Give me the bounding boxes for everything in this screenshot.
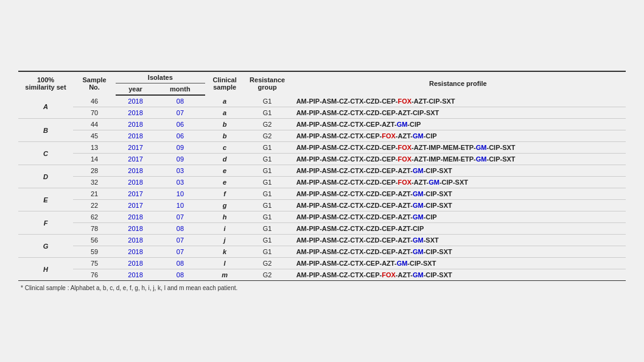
month: 09 <box>155 142 205 154</box>
sample-no: 46 <box>73 95 116 107</box>
year: 2018 <box>116 107 155 119</box>
year: 2018 <box>116 246 155 258</box>
set-cell: B <box>18 119 73 142</box>
table-row: G56201807jG1AM-PIP-ASM-CZ-CTX-CZD-CEP-AZ… <box>18 235 626 246</box>
month: 07 <box>155 235 205 246</box>
month: 03 <box>155 177 205 188</box>
table-row: 76201808mG2AM-PIP-ASM-CZ-CTX-CEP-FOX-AZT… <box>18 269 626 281</box>
sample-no: 62 <box>73 211 116 223</box>
sample-no: 75 <box>73 258 116 269</box>
sample-no: 28 <box>73 165 116 177</box>
resistance-group: G1 <box>245 177 290 188</box>
sample-no: 56 <box>73 235 116 246</box>
clinical-sample: a <box>205 107 245 119</box>
month: 03 <box>155 165 205 177</box>
clinical-sample: f <box>205 188 245 200</box>
resistance-profile: AM-PIP-ASM-CZ-CTX-CZD-CEP-AZT-GM-CIP-SXT <box>290 188 626 200</box>
resistance-group: G1 <box>245 142 290 154</box>
main-table: 100% similarity set Sample No. Isolates … <box>18 71 626 281</box>
month: 07 <box>155 246 205 258</box>
table-row: 45201806bG2AM-PIP-ASM-CZ-CTX-CEP-FOX-AZT… <box>18 130 626 142</box>
sample-no: 32 <box>73 177 116 188</box>
table-row: D28201803eG1AM-PIP-ASM-CZ-CTX-CZD-CEP-AZ… <box>18 165 626 177</box>
sample-no: 76 <box>73 269 116 281</box>
clinical-sample: j <box>205 235 245 246</box>
resistance-group: G1 <box>245 95 290 107</box>
resistance-profile: AM-PIP-ASM-CZ-CTX-CZD-CEP-AZT-GM-CIP <box>290 211 626 223</box>
year: 2018 <box>116 258 155 269</box>
clinical-sample: i <box>205 223 245 235</box>
resistance-profile: AM-PIP-ASM-CZ-CTX-CEP-AZT-GM-CIP <box>290 119 626 130</box>
resistance-profile: AM-PIP-ASM-CZ-CTX-CZD-CEP-AZT-GM-CIP-SXT <box>290 200 626 211</box>
set-cell: F <box>18 211 73 235</box>
resistance-profile: AM-PIP-ASM-CZ-CTX-CZD-CEP-AZT-GM-CIP-SXT <box>290 165 626 177</box>
footnote: * Clinical sample : Alphabet a, b, c, d,… <box>18 285 626 291</box>
sample-no: 78 <box>73 223 116 235</box>
year: 2018 <box>116 211 155 223</box>
month: 07 <box>155 211 205 223</box>
year: 2018 <box>116 269 155 281</box>
header-month: month <box>155 83 205 96</box>
year: 2017 <box>116 142 155 154</box>
table-row: 22201710gG1AM-PIP-ASM-CZ-CTX-CZD-CEP-AZT… <box>18 200 626 211</box>
table-row: A46201808aG1AM-PIP-ASM-CZ-CTX-CZD-CEP-FO… <box>18 95 626 107</box>
resistance-group: G2 <box>245 130 290 142</box>
year: 2017 <box>116 154 155 165</box>
resistance-profile: AM-PIP-ASM-CZ-CTX-CZD-CEP-FOX-AZT-GM-CIP… <box>290 177 626 188</box>
resistance-group: G1 <box>245 154 290 165</box>
table-row: 32201803eG1AM-PIP-ASM-CZ-CTX-CZD-CEP-FOX… <box>18 177 626 188</box>
sample-no: 59 <box>73 246 116 258</box>
clinical-sample: g <box>205 200 245 211</box>
clinical-sample: h <box>205 211 245 223</box>
table-row: H75201808lG2AM-PIP-ASM-CZ-CTX-CEP-AZT-GM… <box>18 258 626 269</box>
resistance-group: G1 <box>245 235 290 246</box>
clinical-sample: b <box>205 130 245 142</box>
year: 2017 <box>116 200 155 211</box>
clinical-sample: a <box>205 95 245 107</box>
resistance-group: G1 <box>245 165 290 177</box>
table-row: B44201806bG2AM-PIP-ASM-CZ-CTX-CEP-AZT-GM… <box>18 119 626 130</box>
month: 08 <box>155 269 205 281</box>
table-row: C13201709cG1AM-PIP-ASM-CZ-CTX-CZD-CEP-FO… <box>18 142 626 154</box>
year: 2018 <box>116 165 155 177</box>
sample-no: 21 <box>73 188 116 200</box>
month: 10 <box>155 188 205 200</box>
year: 2018 <box>116 235 155 246</box>
clinical-sample: b <box>205 119 245 130</box>
clinical-sample: e <box>205 165 245 177</box>
year: 2018 <box>116 223 155 235</box>
resistance-profile: AM-PIP-ASM-CZ-CTX-CEP-AZT-GM-CIP-SXT <box>290 258 626 269</box>
set-cell: G <box>18 235 73 258</box>
sample-no: 13 <box>73 142 116 154</box>
table-row: 78201808iG1AM-PIP-ASM-CZ-CTX-CZD-CEP-AZT… <box>18 223 626 235</box>
clinical-sample: d <box>205 154 245 165</box>
resistance-group: G1 <box>245 223 290 235</box>
clinical-sample: l <box>205 258 245 269</box>
clinical-sample: c <box>205 142 245 154</box>
table-row: 70201807aG1AM-PIP-ASM-CZ-CTX-CZD-CEP-AZT… <box>18 107 626 119</box>
set-cell: H <box>18 258 73 281</box>
table-row: E21201710fG1AM-PIP-ASM-CZ-CTX-CZD-CEP-AZ… <box>18 188 626 200</box>
year: 2018 <box>116 177 155 188</box>
resistance-profile: AM-PIP-ASM-CZ-CTX-CZD-CEP-FOX-AZT-CIP-SX… <box>290 95 626 107</box>
resistance-profile: AM-PIP-ASM-CZ-CTX-CZD-CEP-FOX-AZT-IMP-ME… <box>290 154 626 165</box>
table-row: 14201709dG1AM-PIP-ASM-CZ-CTX-CZD-CEP-FOX… <box>18 154 626 165</box>
resistance-group: G1 <box>245 200 290 211</box>
clinical-sample: k <box>205 246 245 258</box>
sample-no: 44 <box>73 119 116 130</box>
sample-no: 14 <box>73 154 116 165</box>
clinical-sample: e <box>205 177 245 188</box>
resistance-profile: AM-PIP-ASM-CZ-CTX-CZD-CEP-AZT-CIP-SXT <box>290 107 626 119</box>
resistance-profile: AM-PIP-ASM-CZ-CTX-CEP-FOX-AZT-GM-CIP-SXT <box>290 269 626 281</box>
sample-no: 70 <box>73 107 116 119</box>
resistance-group: G1 <box>245 211 290 223</box>
resistance-group: G2 <box>245 258 290 269</box>
month: 08 <box>155 95 205 107</box>
month: 09 <box>155 154 205 165</box>
month: 10 <box>155 200 205 211</box>
page-container: 100% similarity set Sample No. Isolates … <box>0 59 644 303</box>
month: 08 <box>155 223 205 235</box>
sample-no: 22 <box>73 200 116 211</box>
resistance-group: G2 <box>245 119 290 130</box>
resistance-group: G1 <box>245 107 290 119</box>
